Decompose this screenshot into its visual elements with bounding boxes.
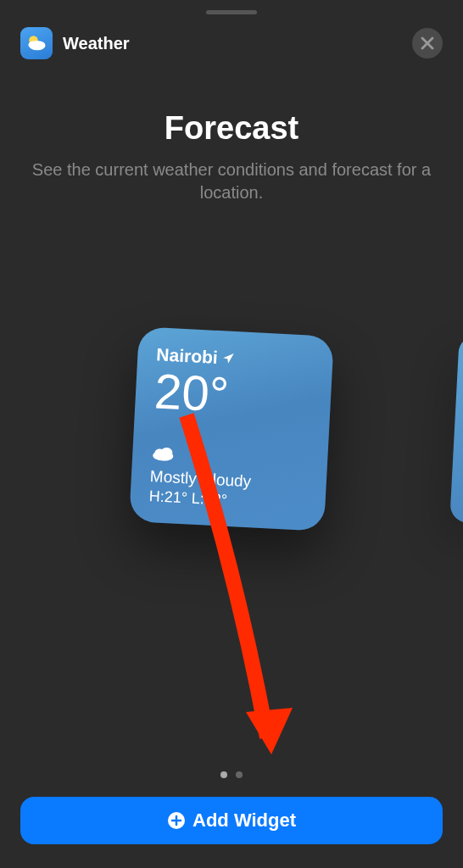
close-icon: [421, 36, 434, 50]
add-widget-label: Add Widget: [192, 810, 296, 832]
grabber-handle[interactable]: [206, 10, 257, 14]
next-widget-peek: [449, 336, 463, 523]
weather-app-icon: [20, 27, 53, 59]
pagination-dots[interactable]: [220, 771, 243, 778]
title-section: Forecast See the current weather conditi…: [0, 110, 463, 204]
add-widget-button[interactable]: Add Widget: [20, 797, 443, 844]
location-arrow-icon: [222, 352, 235, 364]
widget-temperature: 20°: [153, 366, 314, 424]
page-subtitle: See the current weather conditions and f…: [20, 159, 443, 204]
svg-point-2: [28, 41, 38, 48]
widget-carousel[interactable]: Nairobi 20° Mostly Cloudy H:21° L:12°: [0, 306, 463, 552]
app-title: Weather: [63, 34, 130, 53]
header-bar: Weather: [0, 0, 463, 59]
widget-high-low: H:21° L:12°: [148, 487, 250, 510]
page-title: Forecast: [20, 110, 443, 147]
close-button[interactable]: [412, 28, 443, 58]
page-dot: [220, 771, 227, 778]
weather-widget-preview: Nairobi 20° Mostly Cloudy H:21° L:12°: [129, 326, 334, 531]
plus-circle-icon: [167, 811, 186, 830]
page-dot: [236, 771, 243, 778]
cloud-icon: [151, 445, 253, 469]
